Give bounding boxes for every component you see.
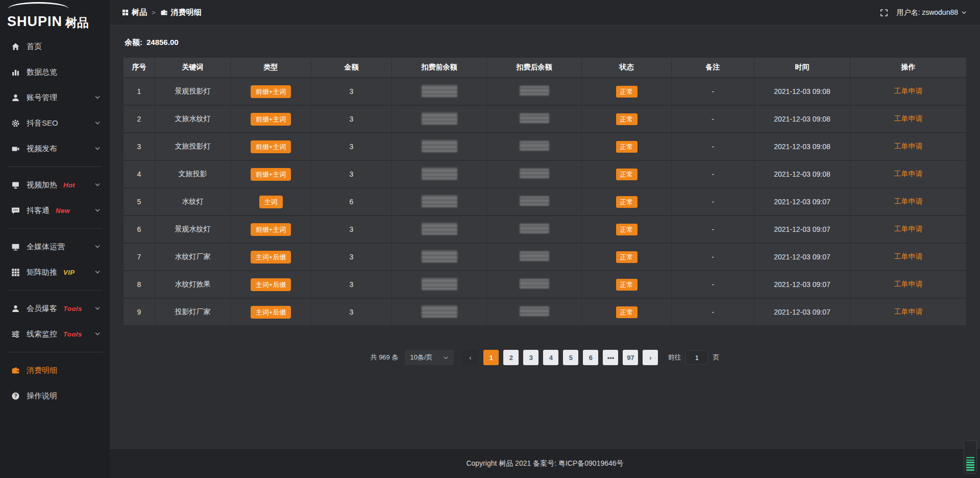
cell-remark: - [672, 78, 754, 105]
type-badge: 前缀+主词 [251, 168, 291, 181]
page-button[interactable]: 4 [543, 350, 558, 365]
sidebar-item-data-overview[interactable]: 数据总览 [0, 59, 110, 85]
page-size-select[interactable]: 10条/页 [405, 350, 454, 365]
table-row: 2 文旅水纹灯 前缀+主词 3 正常 - 2021-12-03 09:08 工单… [124, 106, 966, 132]
work-order-link[interactable]: 工单申请 [894, 142, 923, 150]
cell-status: 正常 [582, 78, 672, 105]
cell-balance-before [392, 78, 487, 105]
cell-time: 2021-12-03 09:07 [754, 244, 850, 270]
gear-icon [11, 119, 20, 128]
bar-chart-icon [11, 68, 20, 77]
page-button[interactable]: 97 [623, 350, 638, 365]
svg-text:?: ? [14, 393, 17, 398]
work-order-link[interactable]: 工单申请 [894, 170, 923, 178]
cell-remark: - [672, 244, 754, 270]
page-button[interactable]: 1 [483, 350, 499, 365]
status-badge: 正常 [616, 196, 638, 208]
redacted-balance [422, 85, 457, 97]
cell-balance-after [487, 78, 582, 105]
sidebar-item-video-heat[interactable]: 视频加热 Hot [0, 172, 110, 198]
total-count: 共 969 条 [371, 353, 399, 362]
type-badge: 前缀+主词 [251, 113, 291, 126]
sidebar-item-all-media[interactable]: 全媒体运营 [0, 234, 110, 259]
page-button[interactable]: 5 [563, 350, 578, 365]
sidebar-item-label: 线索监控 [27, 329, 57, 339]
cell-remark: - [672, 133, 754, 160]
redacted-balance [422, 250, 457, 262]
page-button[interactable]: 6 [583, 350, 598, 365]
cell-index: 1 [124, 78, 155, 105]
sidebar-item-label: 操作说明 [27, 391, 57, 401]
sidebar-item-matrix-boost[interactable]: 矩阵助推 VIP [0, 259, 110, 285]
type-badge: 前缀+主词 [251, 223, 291, 236]
redacted-balance [422, 223, 457, 235]
goto-label: 前往 [668, 353, 681, 362]
breadcrumb-home[interactable]: 树品 [122, 8, 147, 17]
work-order-link[interactable]: 工单申请 [894, 114, 923, 123]
breadcrumb: 树品 > 消费明细 [122, 8, 202, 17]
sidebar-item-instructions[interactable]: ? 操作说明 [0, 383, 110, 409]
sidebar-item-clue-monitor[interactable]: 线索监控 Tools [0, 321, 110, 347]
col-keyword: 关键词 [155, 58, 231, 77]
sidebar-item-video-publish[interactable]: 视频发布 [0, 136, 110, 161]
fullscreen-icon[interactable] [880, 9, 888, 17]
page-button[interactable]: 2 [503, 350, 519, 365]
breadcrumb-current[interactable]: 消费明细 [160, 8, 202, 17]
page-button[interactable]: 3 [523, 350, 538, 365]
cell-status: 正常 [582, 299, 672, 325]
username-label: 用户名: zswodun88 [896, 8, 958, 17]
chevron-down-icon [94, 120, 101, 126]
work-order-link[interactable]: 工单申请 [894, 252, 923, 260]
chevron-down-icon [94, 182, 101, 188]
floating-widget[interactable] [964, 440, 977, 474]
cell-type: 主词+后缀 [231, 299, 311, 325]
cell-balance-after [487, 216, 582, 243]
chevron-down-icon [94, 94, 101, 101]
app-logo: SHUPIN 树品 [0, 0, 110, 32]
cell-keyword: 水纹灯厂家 [155, 244, 231, 270]
cell-balance-before [392, 216, 487, 243]
redacted-balance [422, 195, 457, 207]
sidebar-item-label: 会员爆客 [27, 304, 57, 314]
cell-status: 正常 [582, 216, 672, 243]
cell-type: 前缀+主词 [231, 106, 311, 132]
redacted-balance [422, 305, 457, 318]
user-dropdown[interactable]: 用户名: zswodun88 [896, 8, 967, 17]
chevron-down-icon [94, 207, 101, 213]
table-header-row: 序号 关键词 类型 金额 扣费前余额 扣费后余额 状态 备注 时间 操作 [124, 58, 966, 77]
cell-action: 工单申请 [850, 78, 966, 105]
cell-type: 主词+后缀 [231, 271, 311, 298]
status-badge: 正常 [616, 86, 638, 98]
cell-balance-after [487, 106, 582, 132]
cell-action: 工单申请 [850, 133, 966, 160]
goto-page-input[interactable] [685, 350, 708, 365]
cell-amount: 3 [311, 271, 392, 298]
sidebar-item-douketong[interactable]: 抖客通 New [0, 198, 110, 223]
cell-balance-after [487, 299, 582, 325]
sidebar-item-label: 消费明细 [27, 366, 57, 375]
cell-amount: 3 [311, 106, 392, 132]
logo-text-en: SHUPIN [7, 15, 62, 29]
monitor-icon [11, 243, 20, 251]
prev-page-button[interactable]: ‹ [462, 350, 478, 365]
sidebar-item-account[interactable]: 账号管理 [0, 85, 110, 110]
sidebar-item-consumption-detail[interactable]: 消费明细 [0, 357, 110, 383]
next-page-button[interactable]: › [643, 350, 658, 365]
work-order-link[interactable]: 工单申请 [894, 87, 923, 95]
cell-balance-before [392, 161, 487, 187]
redacted-balance [520, 196, 549, 206]
page-button[interactable]: ••• [603, 350, 618, 365]
work-order-link[interactable]: 工单申请 [894, 307, 923, 316]
sidebar-item-member-boom[interactable]: 会员爆客 Tools [0, 296, 110, 321]
sidebar-item-home[interactable]: 首页 [0, 34, 110, 59]
cell-type: 前缀+主词 [231, 133, 311, 160]
cell-status: 正常 [582, 244, 672, 270]
cell-index: 3 [124, 133, 155, 160]
chat-bubble-icon [11, 206, 20, 215]
cell-remark: - [672, 106, 754, 132]
sidebar-item-douyin-seo[interactable]: 抖音SEO [0, 110, 110, 136]
work-order-link[interactable]: 工单申请 [894, 225, 923, 233]
work-order-link[interactable]: 工单申请 [894, 280, 923, 288]
work-order-link[interactable]: 工单申请 [894, 197, 923, 205]
redacted-balance [520, 306, 549, 316]
